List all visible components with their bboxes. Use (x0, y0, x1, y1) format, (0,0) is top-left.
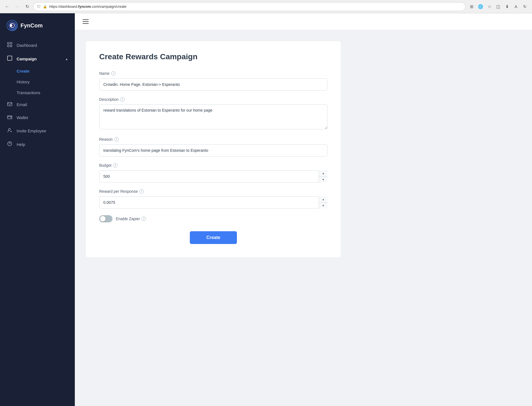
reward-per-response-input[interactable] (99, 196, 328, 209)
logo-text: FynCom (21, 22, 43, 29)
description-label: Description i (99, 97, 328, 102)
reward-per-response-input-wrapper: ▲ ▼ (99, 196, 328, 209)
budget-increment-button[interactable]: ▲ (319, 170, 328, 177)
wallet-icon (7, 115, 13, 120)
reward-per-response-increment-button[interactable]: ▲ (319, 196, 328, 203)
sidebar-sub-create[interactable]: Create (0, 66, 75, 76)
name-input[interactable] (99, 78, 328, 91)
reward-per-response-decrement-button[interactable]: ▼ (319, 203, 328, 209)
dashboard-icon (7, 42, 13, 48)
description-textarea[interactable]: reward translations of Estonian to Esper… (99, 104, 328, 129)
form-area: Create Rewards Campaign Name i Descripti… (75, 30, 532, 406)
wallet-label: Wallet (17, 115, 68, 120)
enable-zapier-toggle[interactable] (99, 215, 112, 222)
svg-rect-7 (7, 56, 12, 60)
sidebar-item-help[interactable]: Help (0, 138, 75, 151)
help-icon (7, 141, 13, 148)
transactions-label: Transactions (17, 90, 40, 95)
reason-input[interactable] (99, 144, 328, 156)
browser-actions: ⊞ 🌐 ☆ ◫ ⬇ A ↻ (468, 3, 529, 11)
svg-rect-4 (10, 42, 12, 44)
name-info-icon[interactable]: i (111, 71, 116, 76)
svg-rect-6 (10, 45, 12, 47)
svg-point-13 (9, 145, 10, 145)
svg-rect-3 (7, 42, 9, 44)
zapier-info-icon[interactable]: i (142, 217, 146, 221)
toggle-track (99, 215, 112, 222)
hamburger-line-2 (83, 21, 89, 22)
dashboard-label: Dashboard (17, 43, 68, 48)
sync-button[interactable]: ↻ (521, 3, 529, 11)
pocket-button[interactable]: ◫ (494, 3, 502, 11)
svg-rect-10 (11, 117, 11, 118)
campaign-icon (7, 56, 13, 62)
campaign-label: Campaign (17, 56, 61, 61)
enable-zapier-row: Enable Zapier i (99, 215, 328, 222)
reward-per-response-label: Reward per Response i (99, 189, 328, 194)
description-field-group: Description i reward translations of Est… (99, 97, 328, 130)
reward-per-response-field-group: Reward per Response i ▲ ▼ (99, 189, 328, 209)
budget-input[interactable] (99, 170, 328, 183)
profile-button[interactable]: A (512, 3, 520, 11)
reward-per-response-info-icon[interactable]: i (139, 189, 144, 194)
download-button[interactable]: ⬇ (503, 3, 511, 11)
name-field-group: Name i (99, 71, 328, 91)
browser-chrome: ← → ↻ 🛡 🔒 https://dashboard.fyncom.com/c… (0, 0, 532, 13)
email-label: Email (17, 102, 68, 107)
toggle-thumb (100, 216, 106, 222)
sidebar-sub-history[interactable]: History (0, 77, 75, 87)
reward-per-response-spinner: ▲ ▼ (319, 196, 328, 209)
invite-employee-icon (7, 128, 13, 134)
budget-input-wrapper: ▲ ▼ (99, 170, 328, 183)
star-button[interactable]: ☆ (485, 3, 493, 11)
budget-field-group: Budget i ▲ ▼ (99, 163, 328, 183)
lock-icon: 🔒 (43, 5, 47, 9)
extensions-button[interactable]: 🌐 (477, 3, 484, 11)
reason-field-group: Reason i (99, 137, 328, 156)
description-info-icon[interactable]: i (120, 97, 125, 102)
svg-point-11 (9, 129, 11, 130)
app-layout: FynCom Dashboard (0, 13, 532, 406)
budget-label: Budget i (99, 163, 328, 168)
shield-icon: 🛡 (37, 4, 41, 9)
sidebar-item-invite-employee[interactable]: Invite Employee (0, 124, 75, 137)
sidebar-item-dashboard[interactable]: Dashboard (0, 39, 75, 52)
address-bar[interactable]: 🛡 🔒 https://dashboard.fyncom.com/campaig… (33, 2, 466, 11)
page-title: Create Rewards Campaign (99, 52, 328, 61)
name-label: Name i (99, 71, 328, 76)
sidebar-item-email[interactable]: Email (0, 98, 75, 111)
svg-rect-9 (7, 116, 12, 119)
hamburger-line-3 (83, 23, 89, 24)
reason-label: Reason i (99, 137, 328, 142)
email-icon (7, 102, 13, 107)
main-content: Create Rewards Campaign Name i Descripti… (75, 13, 532, 406)
svg-rect-5 (7, 45, 9, 47)
svg-rect-8 (7, 102, 12, 106)
hamburger-button[interactable] (81, 18, 90, 25)
campaign-chevron: ▲ (65, 57, 68, 61)
logo-icon (7, 20, 18, 31)
reload-button[interactable]: ↻ (23, 3, 31, 11)
sidebar-logo: FynCom (0, 13, 75, 39)
form-card: Create Rewards Campaign Name i Descripti… (86, 41, 341, 257)
enable-zapier-label: Enable Zapier i (116, 217, 146, 221)
budget-info-icon[interactable]: i (113, 163, 117, 168)
create-label: Create (17, 69, 30, 73)
sidebar-sub-transactions[interactable]: Transactions (0, 88, 75, 98)
back-button[interactable]: ← (3, 3, 11, 11)
history-label: History (17, 79, 30, 84)
translate-button[interactable]: ⊞ (468, 3, 475, 11)
sidebar-item-campaign[interactable]: Campaign ▲ (0, 52, 75, 65)
top-bar (75, 13, 532, 30)
sidebar-nav: Dashboard Campaign ▲ Create History Tran… (0, 39, 75, 151)
sidebar: FynCom Dashboard (0, 13, 75, 406)
help-label: Help (17, 142, 68, 147)
hamburger-line-1 (83, 19, 89, 20)
sidebar-item-wallet[interactable]: Wallet (0, 111, 75, 124)
budget-decrement-button[interactable]: ▼ (319, 177, 328, 183)
create-button[interactable]: Create (190, 231, 237, 244)
forward-button[interactable]: → (13, 3, 21, 11)
form-footer: Create (99, 231, 328, 244)
budget-spinner: ▲ ▼ (319, 170, 328, 183)
reason-info-icon[interactable]: i (114, 137, 119, 142)
